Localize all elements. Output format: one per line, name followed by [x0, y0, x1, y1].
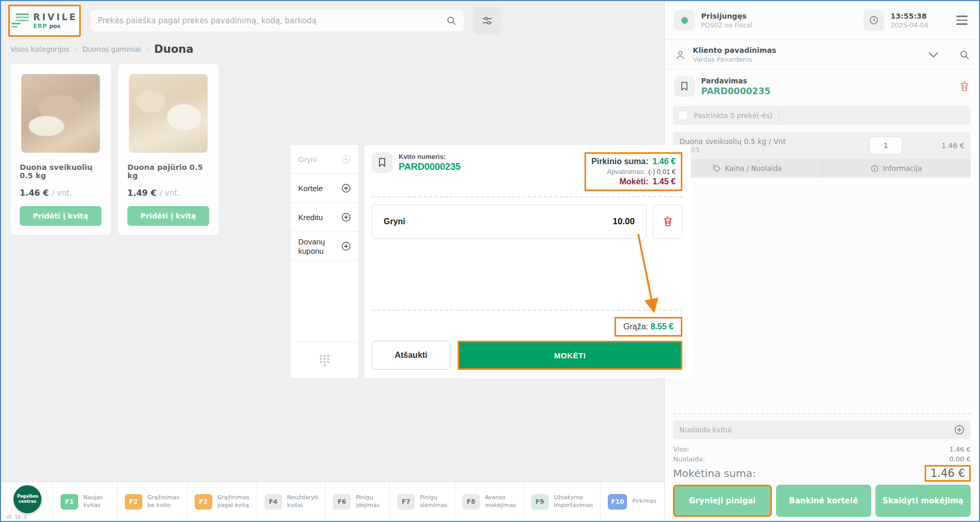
payment-tab-credit[interactable]: Kreditu [291, 203, 358, 232]
chevron-down-icon[interactable] [928, 52, 939, 58]
change-label: Grąža: [623, 322, 648, 331]
change-value: 8.55 € [651, 322, 674, 331]
select-all-checkbox[interactable] [678, 111, 688, 120]
sale-label: Pardavimas [701, 77, 770, 85]
search-input[interactable] [98, 16, 441, 25]
status-icon [674, 10, 695, 31]
payment-method-name: Gryni [384, 217, 405, 226]
sliders-icon [481, 15, 493, 26]
delete-sale-trash-icon[interactable] [959, 81, 970, 92]
f2-key-badge: F2 [125, 494, 142, 510]
cash-payment-button[interactable]: Grynieji pinigai [673, 485, 771, 517]
product-image [21, 74, 100, 153]
tab-information[interactable]: Informacija [822, 159, 971, 178]
purchase-sum-label: Pirkinio suma: [591, 157, 648, 166]
payment-tab-card[interactable]: Kortele [291, 174, 358, 203]
breadcrumb-separator: › [147, 46, 149, 53]
product-name: Duona sveikuolių 0.5 kg [20, 163, 101, 180]
payment-amount-input[interactable]: 10.00 [612, 216, 635, 227]
toolbar-item-f3-return-by-receipt[interactable]: F3 Grąžinimas pagal kvitą [187, 482, 257, 521]
help-center-button[interactable]: Pagalbos centras [13, 485, 41, 513]
breadcrumb: Visos kategorijos › Duonos gaminiai › Du… [1, 40, 664, 62]
discount-value: 0.00 € [949, 455, 971, 463]
f8-key-badge: F8 [462, 494, 480, 510]
payable-amount-value: 1.46 € [925, 465, 971, 482]
toolbar-item-f10-purchase[interactable]: F10 Pirkimas [600, 482, 664, 521]
top-bar: RIVILE ERP pos [1, 1, 664, 40]
plus-circle-icon [341, 241, 351, 251]
cancel-button[interactable]: Atšaukti [372, 341, 450, 370]
payment-entry-row[interactable]: Gryni 10.00 [372, 205, 647, 239]
sale-row: Pardavimas PARD0000235 [665, 70, 979, 103]
toolbar-item-f6-cash-in[interactable]: F6 Pinigų įdėjimas [325, 482, 389, 521]
toolbar-item-f1-new-receipt[interactable]: F1 Naujas kvitas [53, 482, 117, 521]
pay-button[interactable]: MOKĖTI [458, 341, 682, 370]
product-price: 1.46 € [20, 188, 49, 198]
item-quantity-input[interactable]: 1 [869, 137, 902, 154]
f6-key-badge: F6 [333, 494, 350, 510]
change-amount-annotated: Grąža: 8.55 € [615, 317, 682, 337]
receipt-discount-label: Nuolaida kvitui [679, 426, 732, 434]
total-label: Viso: [673, 445, 689, 453]
numpad-toggle-button[interactable] [291, 342, 358, 378]
receipt-sidebar: Prisijungęs POS02 ne Fiscal 13:55:38 202… [664, 1, 979, 521]
toolbar-item-f9-order-import[interactable]: F9 Užsakymo importavimas [523, 482, 601, 521]
function-key-toolbar: Pagalbos centras v0.38.0 F1 Naujas kvita… [1, 482, 664, 521]
add-to-receipt-button[interactable]: Pridėti į kvitą [127, 206, 209, 226]
logo-bars-icon [11, 13, 29, 28]
pos-app: RIVILE ERP pos [0, 0, 980, 522]
toolbar-item-f2-return-without-receipt[interactable]: F2 Grąžinimas be kvito [117, 482, 187, 521]
sidebar-totals-section: Nuolaida kvitui Viso: 1.46 € Nuolaida: 0… [665, 413, 979, 521]
payment-method-tabs: Gryni Kortele Kreditu Dovanų kuponu [291, 145, 358, 378]
item-name: Duona sveikuolių 0.5 kg / Vnt [679, 137, 786, 146]
f9-key-badge: F9 [531, 494, 549, 510]
logo-pos: pos [49, 23, 61, 30]
tab-price-discount[interactable]: Kaina / Nuolaida [673, 159, 822, 178]
f4-key-badge: F4 [265, 494, 282, 510]
online-dot-icon [681, 17, 688, 24]
app-version: v0.38.0 [5, 514, 27, 520]
breadcrumb-all-categories[interactable]: Visos kategorijos [10, 45, 69, 53]
product-card: Duona sveikuolių 0.5 kg 1.46 € / vnt. Pr… [10, 64, 111, 235]
keypad-icon [319, 354, 330, 367]
selected-items-label: Pasirinkta 0 prekė(-ės) [694, 111, 772, 120]
to-pay-value: 1.45 € [653, 177, 676, 186]
receipt-discount-bar[interactable]: Nuolaida kvitui [673, 421, 971, 439]
sidebar-header: Prisijungęs POS02 ne Fiscal 13:55:38 202… [665, 1, 979, 40]
toolbar-item-f7-cash-out[interactable]: F7 Pinigų išėmimas [389, 482, 455, 521]
breadcrumb-bread-products[interactable]: Duonos gaminiai [82, 45, 141, 53]
payable-amount-label: Mokėtina suma: [673, 467, 756, 480]
payment-tab-gift-coupon[interactable]: Dovanų kuponu [291, 232, 358, 261]
remove-payment-button[interactable] [653, 205, 682, 239]
product-card: Duona pajūrio 0.5 kg 1.49 € / vnt. Pridė… [118, 64, 218, 235]
client-row[interactable]: Kliento pavadinimas Vardas Pavardenis [665, 40, 979, 70]
add-discount-plus-icon[interactable] [954, 425, 964, 435]
page-title: Duona [154, 43, 194, 55]
plus-circle-icon [341, 212, 351, 222]
purchase-sum-value: 1.46 € [653, 157, 676, 166]
item-price: 1.46 € [933, 141, 964, 150]
menu-button[interactable] [954, 13, 970, 27]
add-to-receipt-button[interactable]: Pridėti į kvitą [20, 206, 101, 226]
product-search-bar[interactable] [90, 9, 464, 32]
client-search-icon[interactable] [959, 50, 970, 60]
product-unit: / vnt. [52, 189, 72, 198]
trash-icon [663, 216, 673, 227]
breadcrumb-separator: › [75, 46, 77, 53]
receipt-bookmark-icon [372, 152, 392, 173]
divider [372, 310, 682, 311]
to-pay-label: Mokėti: [620, 177, 649, 186]
toolbar-item-f8-advance-payment[interactable]: F8 Avanso mokėjimas [455, 482, 523, 521]
search-filter-button[interactable] [474, 7, 501, 34]
receipt-number: PARD0000235 [399, 162, 461, 172]
rounding-value: (-) 0.01 € [648, 168, 676, 176]
modal-totals-annotated: Pirkinio suma:1.46 € Apvalinimas:(-) 0.0… [584, 152, 682, 191]
toolbar-item-f4-open-receipts[interactable]: F4 Neuždaryti kvitai [257, 482, 326, 521]
payment-modal: Gryni Kortele Kreditu Dovanų kuponu [291, 145, 691, 378]
plus-circle-icon [341, 154, 351, 164]
f7-key-badge: F7 [397, 494, 415, 510]
clock-time: 13:55:38 [890, 12, 928, 20]
bank-card-payment-button[interactable]: Bankinė kortelė [776, 485, 871, 517]
help-center-label: Pagalbos centras [17, 494, 38, 505]
split-payment-button[interactable]: Skaidyti mokėjimą [875, 485, 971, 517]
